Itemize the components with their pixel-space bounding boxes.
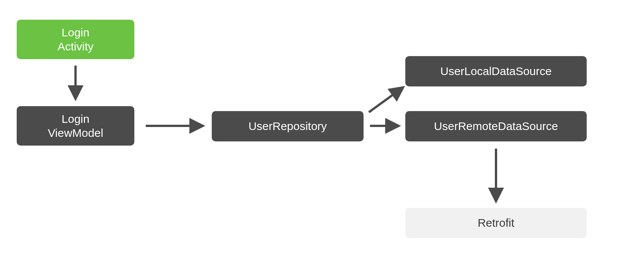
node-retrofit: Retrofit bbox=[405, 208, 587, 238]
node-user-local-data-source: UserLocalDataSource bbox=[405, 56, 587, 86]
node-label: Login ViewModel bbox=[48, 112, 103, 140]
node-login-activity: Login Activity bbox=[17, 20, 134, 59]
node-label: UserLocalDataSource bbox=[440, 64, 551, 78]
node-login-viewmodel: Login ViewModel bbox=[17, 106, 134, 146]
node-user-remote-data-source: UserRemoteDataSource bbox=[405, 111, 587, 141]
node-label: UserRepository bbox=[249, 119, 327, 133]
node-label: Login Activity bbox=[57, 25, 93, 54]
node-user-repository: UserRepository bbox=[212, 111, 364, 141]
node-label: UserRemoteDataSource bbox=[434, 119, 558, 133]
node-label: Retrofit bbox=[478, 216, 515, 230]
arrow-repository-to-local bbox=[369, 88, 402, 112]
